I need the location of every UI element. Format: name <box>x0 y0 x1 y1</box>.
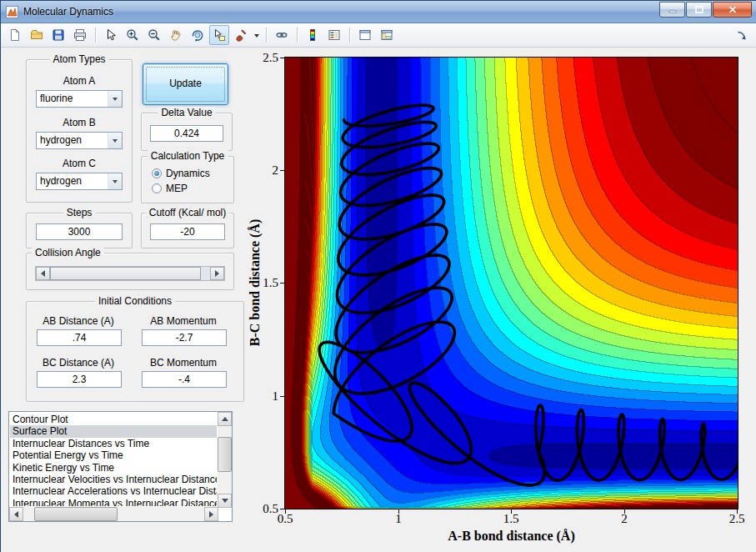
atom-c-label: Atom C <box>27 158 132 169</box>
delta-value-group: Delta Value <box>141 113 233 151</box>
atom-b-select[interactable]: hydrogen <box>36 132 123 149</box>
rotate-3d-button[interactable] <box>188 25 208 45</box>
ab-distance-label: AB Distance (A) <box>28 315 128 327</box>
data-cursor-button[interactable] <box>209 25 229 45</box>
bc-distance-label: BC Distance (A) <box>28 357 128 369</box>
hide-plot-tools-button[interactable] <box>355 25 375 45</box>
toolbar-separator <box>266 28 267 43</box>
brush-dropdown-caret[interactable] <box>253 26 261 44</box>
steps-group: Steps <box>26 213 133 248</box>
y-tick-mark <box>280 396 284 397</box>
insert-colorbar-button[interactable] <box>303 25 323 45</box>
initial-conditions-group: Initial Conditions AB Distance (A) AB Mo… <box>26 301 244 402</box>
bc-distance-input[interactable] <box>37 371 122 388</box>
pan-button[interactable] <box>166 25 186 45</box>
new-figure-button[interactable] <box>5 25 25 45</box>
y-tick-mark <box>280 509 284 509</box>
ab-distance-input[interactable] <box>37 329 122 346</box>
atom-a-label: Atom A <box>27 75 132 87</box>
dock-arrow-icon <box>735 29 748 43</box>
list-item[interactable]: Internuclear Momenta vs Internuclear Dis… <box>10 498 217 506</box>
open-file-button[interactable] <box>27 25 47 45</box>
vertical-scrollbar[interactable] <box>218 412 232 508</box>
mep-radio-label: MEP <box>166 183 188 194</box>
insert-legend-button[interactable] <box>324 25 344 45</box>
update-button[interactable]: Update <box>143 63 228 105</box>
combo-arrow-icon[interactable] <box>108 91 122 107</box>
bc-momentum-input[interactable] <box>142 371 227 388</box>
link-plot-button[interactable] <box>272 25 292 45</box>
x-tick-label: 1 <box>382 512 415 526</box>
dynamics-radio-label: Dynamics <box>166 168 210 179</box>
window-title: Molecular Dynamics <box>23 6 654 18</box>
combo-arrow-icon[interactable] <box>108 133 122 148</box>
minimize-button[interactable] <box>659 2 685 18</box>
maximize-button[interactable] <box>686 2 712 18</box>
hide-plot-tools-icon <box>358 28 373 43</box>
zoom-in-button[interactable] <box>123 25 143 45</box>
delta-value-title: Delta Value <box>158 107 215 118</box>
brush-data-button[interactable] <box>231 25 251 45</box>
colorbar-icon <box>305 28 320 43</box>
collision-angle-title: Collision Angle <box>32 247 104 258</box>
close-icon <box>728 6 737 13</box>
zoom-out-button[interactable] <box>144 25 164 45</box>
save-floppy-icon <box>51 28 66 43</box>
horizontal-scroll-thumb[interactable] <box>34 507 118 521</box>
save-figure-button[interactable] <box>48 25 68 45</box>
cutoff-group: Cutoff (Kcal/ mol) <box>141 213 234 248</box>
steps-input[interactable] <box>36 223 123 240</box>
titlebar[interactable]: Molecular Dynamics <box>1 1 756 23</box>
list-item[interactable]: Internuclear Distances vs Time <box>10 438 217 449</box>
horizontal-scrollbar[interactable] <box>9 507 218 521</box>
collision-angle-slider[interactable] <box>35 266 225 281</box>
vertical-scroll-thumb[interactable] <box>218 437 232 472</box>
minimize-icon <box>668 6 677 13</box>
slider-thumb[interactable] <box>50 267 201 280</box>
contour-trajectory-canvas[interactable] <box>285 58 738 509</box>
atom-c-select[interactable]: hydrogen <box>36 173 123 190</box>
atom-b-value: hydrogen <box>37 133 108 148</box>
dock-figure-button[interactable] <box>732 26 752 46</box>
pes-contour-plot[interactable] <box>284 57 738 509</box>
cutoff-input[interactable] <box>150 223 225 240</box>
pan-hand-icon <box>168 28 183 43</box>
list-item[interactable]: Internuclear Velocities vs Internuclear … <box>10 474 217 485</box>
data-cursor-icon <box>212 28 227 43</box>
app-window: Molecular Dynamics <box>0 0 756 552</box>
atom-a-select[interactable]: fluorine <box>36 90 123 108</box>
y-tick-label: 2.5 <box>245 51 278 65</box>
dynamics-radio[interactable] <box>152 168 162 178</box>
y-axis-label: B-C bond distance (Å) <box>248 219 263 346</box>
scroll-up-arrow[interactable] <box>218 412 232 426</box>
combo-arrow-icon[interactable] <box>108 173 122 189</box>
list-item[interactable]: Internuclear Accelerations vs Internucle… <box>10 485 217 497</box>
delta-value-input[interactable] <box>150 125 223 142</box>
printer-icon <box>73 28 88 43</box>
ab-momentum-input[interactable] <box>142 329 227 346</box>
show-plot-tools-icon <box>379 28 394 43</box>
scroll-down-arrow[interactable] <box>218 494 232 508</box>
atom-b-label: Atom B <box>27 117 132 128</box>
toolbar-separator <box>297 28 298 43</box>
list-item[interactable]: Kinetic Energy vs Time <box>10 462 217 474</box>
toolbar-separator <box>349 28 350 43</box>
close-button[interactable] <box>713 2 752 18</box>
slider-right-arrow[interactable] <box>210 267 224 280</box>
print-figure-button[interactable] <box>70 25 90 45</box>
atom-types-group: Atom Types Atom A fluorine Atom B hydrog… <box>26 59 133 203</box>
mep-radio[interactable] <box>152 183 162 193</box>
list-item[interactable]: Surface Plot <box>10 425 217 437</box>
list-item[interactable]: Potential Energy vs Time <box>10 449 217 461</box>
maximize-icon <box>695 6 703 13</box>
edit-plot-button[interactable] <box>101 25 121 45</box>
matlab-figure-icon <box>6 6 18 18</box>
list-item[interactable]: Contour Plot <box>10 414 217 425</box>
scroll-right-arrow[interactable] <box>204 507 218 521</box>
scroll-left-arrow[interactable] <box>9 507 23 521</box>
new-document-icon <box>8 28 23 43</box>
atom-a-value: fluorine <box>37 91 108 107</box>
show-plot-tools-button[interactable] <box>377 25 397 45</box>
slider-left-arrow[interactable] <box>36 267 50 280</box>
initial-conditions-title: Initial Conditions <box>95 295 175 307</box>
